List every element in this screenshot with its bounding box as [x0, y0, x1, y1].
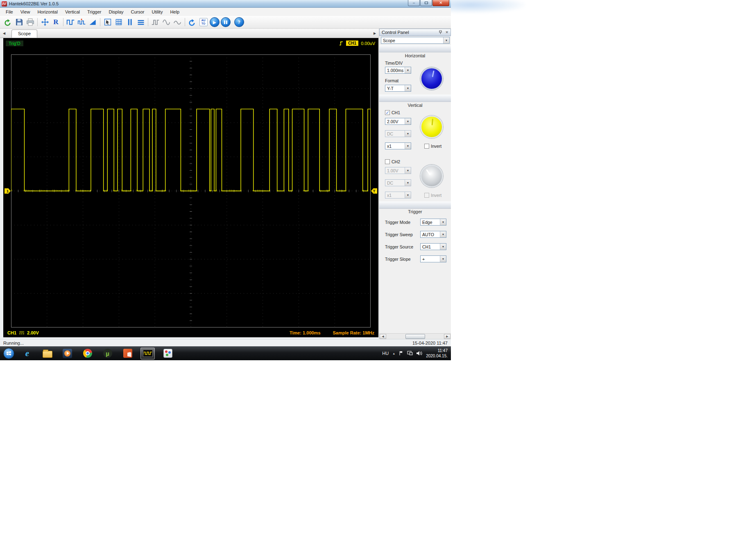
- vertical-cursors-button[interactable]: [124, 17, 135, 27]
- panel-divider: [379, 45, 451, 52]
- menu-item-vertical[interactable]: Vertical: [61, 8, 84, 16]
- ch1-probe-select[interactable]: x1 ▼: [385, 142, 411, 149]
- grid-button[interactable]: [113, 17, 124, 27]
- refresh-button[interactable]: [187, 17, 198, 27]
- menu-item-utility[interactable]: Utility: [148, 8, 167, 16]
- dropdown-arrow-icon: ▼: [405, 180, 411, 186]
- ch1-enable-checkbox[interactable]: ✓: [385, 110, 390, 115]
- cursor-button[interactable]: [102, 17, 113, 27]
- save-icon: [15, 18, 23, 26]
- tab-scope[interactable]: Scope: [11, 29, 37, 38]
- trigger-level-readout: 0.00uV: [361, 41, 375, 46]
- ch1-probe-value: x1: [387, 144, 392, 149]
- panel-mode-select[interactable]: Scope ▼: [381, 37, 450, 44]
- trigger-mode-select[interactable]: Edge ▼: [420, 219, 446, 226]
- utorrent-taskbar-button[interactable]: µ: [100, 348, 115, 359]
- record-button[interactable]: R: [50, 17, 61, 27]
- ch2-volts-select[interactable]: 1.00V ▼: [385, 167, 411, 174]
- ch2-volts-value: 1.00V: [387, 168, 398, 173]
- ch2-coupling-select[interactable]: DC ▼: [385, 179, 411, 186]
- menu-item-help[interactable]: Help: [166, 8, 183, 16]
- trigger-sweep-value: AUTO: [422, 232, 434, 237]
- scrollbar-thumb[interactable]: [405, 334, 425, 339]
- time-div-select[interactable]: 1.000ms ▼: [385, 67, 411, 74]
- step-wave-button[interactable]: [150, 17, 161, 27]
- panel-close-icon[interactable]: ✕: [445, 30, 448, 34]
- dropdown-arrow-icon: ▼: [440, 256, 446, 262]
- ch1-volts-select[interactable]: 2.00V ▼: [385, 118, 411, 125]
- channel-readout: CH1 2.00V: [7, 330, 39, 335]
- desktop: Hantek6022BE Ver 1.0.5 – ✕ File View Hor…: [0, 0, 747, 560]
- titlebar[interactable]: Hantek6022BE Ver 1.0.5 – ✕: [0, 0, 451, 8]
- trigger-slope-select[interactable]: + ▼: [420, 255, 446, 262]
- horizontal-cursors-button[interactable]: [135, 17, 146, 27]
- speaker-icon[interactable]: [417, 351, 422, 356]
- ch2-invert-checkbox[interactable]: [424, 193, 429, 198]
- start-button[interactable]: [3, 348, 14, 359]
- explorer-taskbar-button[interactable]: [40, 348, 54, 359]
- autoset-text-top: AU: [201, 19, 205, 22]
- trigger-sweep-label: Trigger Sweep: [385, 232, 413, 237]
- trigger-source-value: CH1: [422, 244, 431, 249]
- smooth-wave-button[interactable]: [172, 17, 183, 27]
- print-button[interactable]: [25, 17, 36, 27]
- open-button[interactable]: [2, 17, 14, 27]
- pan-button[interactable]: [39, 17, 50, 27]
- internet-explorer-icon: e: [25, 348, 29, 359]
- ch2-position-knob[interactable]: [420, 165, 443, 187]
- tab-scroll-left-icon[interactable]: ◀: [1, 29, 7, 38]
- hantek-taskbar-button[interactable]: [140, 348, 155, 359]
- scope-graticule[interactable]: [11, 54, 371, 327]
- menu-item-display[interactable]: Display: [105, 8, 127, 16]
- action-center-flag-icon[interactable]: [399, 351, 403, 356]
- minimize-button[interactable]: –: [408, 0, 420, 6]
- trigger-sweep-select[interactable]: AUTO ▼: [420, 231, 446, 238]
- panel-scrollbar[interactable]: ◀ ▶: [379, 333, 451, 339]
- ramp-wave-button[interactable]: [87, 17, 98, 27]
- sine-wave-button[interactable]: [161, 17, 172, 27]
- menu-item-horizontal[interactable]: Horizontal: [34, 8, 61, 16]
- trigger-source-select[interactable]: CH1 ▼: [420, 243, 446, 250]
- chrome-taskbar-button[interactable]: [80, 348, 95, 359]
- menu-item-cursor[interactable]: Cursor: [127, 8, 148, 16]
- channel1-position-marker[interactable]: 1: [5, 188, 11, 194]
- format-select[interactable]: Y-T ▼: [385, 85, 411, 92]
- ch2-probe-select[interactable]: x1 ▼: [385, 192, 411, 199]
- menu-item-trigger[interactable]: Trigger: [84, 8, 105, 16]
- network-icon[interactable]: [407, 351, 413, 356]
- square-wave-button[interactable]: [65, 17, 76, 27]
- ch2-enable-checkbox[interactable]: [385, 159, 390, 164]
- maximize-button[interactable]: [420, 0, 432, 6]
- ch1-position-knob[interactable]: [420, 115, 443, 138]
- pulse-wave-button[interactable]: [76, 17, 87, 27]
- scroll-right-icon[interactable]: ▶: [444, 334, 450, 339]
- office-taskbar-button[interactable]: [120, 348, 135, 359]
- hantek-app-icon: [143, 350, 153, 357]
- autoset-button[interactable]: AU TO: [198, 17, 209, 27]
- ch1-label: CH1: [392, 110, 400, 115]
- start-button[interactable]: ▶: [209, 17, 220, 27]
- menu-item-view[interactable]: View: [17, 8, 34, 16]
- pan-icon: [41, 18, 49, 26]
- pause-button[interactable]: [220, 17, 231, 27]
- knob-pointer: [432, 70, 434, 77]
- menu-item-file[interactable]: File: [2, 8, 17, 16]
- pin-icon[interactable]: [439, 30, 442, 34]
- help-button[interactable]: ?: [233, 17, 244, 27]
- horizontal-knob[interactable]: [420, 67, 443, 90]
- save-button[interactable]: [14, 17, 25, 27]
- vertical-cursors-icon: [126, 18, 134, 26]
- ch1-coupling-select[interactable]: DC ▼: [385, 130, 411, 137]
- ie-taskbar-button[interactable]: e: [20, 348, 34, 359]
- tray-expand-icon[interactable]: ▲: [392, 352, 395, 355]
- language-indicator[interactable]: HU: [382, 351, 389, 356]
- paint-taskbar-button[interactable]: [161, 348, 175, 359]
- tab-scroll-right-icon[interactable]: ▶: [371, 29, 378, 38]
- scroll-left-icon[interactable]: ◀: [380, 334, 386, 339]
- taskbar-clock[interactable]: 11:47 2020.04.15.: [426, 348, 448, 359]
- media-player-taskbar-button[interactable]: [60, 348, 75, 359]
- close-button[interactable]: ✕: [432, 0, 449, 6]
- trigger-level-marker[interactable]: T: [371, 188, 377, 194]
- ch1-invert-checkbox[interactable]: [424, 144, 429, 149]
- panel-divider: [379, 201, 451, 209]
